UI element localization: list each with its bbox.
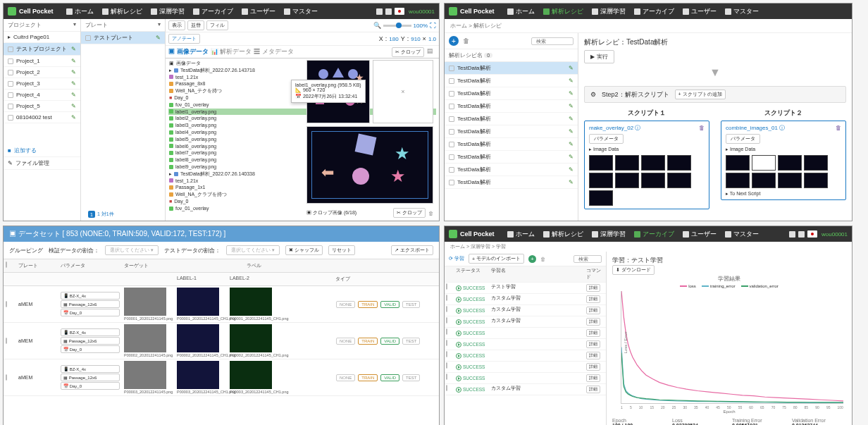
valid-select[interactable]: 選択してください ▾ <box>105 245 159 255</box>
nav-master[interactable]: マスター <box>725 230 759 239</box>
type-train[interactable]: TRAIN <box>358 338 378 345</box>
nav-home[interactable]: ホーム <box>507 230 535 239</box>
learn-row[interactable]: SUCCESS カスタム学習 詳細 <box>445 294 606 305</box>
checkbox-icon[interactable] <box>449 78 454 84</box>
thumb[interactable] <box>641 173 665 188</box>
col-plate[interactable]: プレート <box>16 259 58 272</box>
row-check[interactable] <box>446 317 447 324</box>
detail-btn[interactable]: 詳細 <box>586 340 600 348</box>
flag-jp-icon[interactable] <box>395 8 404 15</box>
type-test[interactable]: TEST <box>402 374 420 381</box>
tb-annotate[interactable]: アノテート <box>168 34 200 44</box>
edit-icon[interactable]: ✎ <box>71 80 76 87</box>
thumb[interactable] <box>726 155 750 171</box>
file-manage[interactable]: ✎ファイル管理 <box>4 157 80 170</box>
project-item[interactable]: Project_4✎ <box>4 90 80 101</box>
thumb[interactable] <box>589 173 613 188</box>
import-model-btn[interactable]: + モデルのインポート <box>469 254 524 264</box>
search-input[interactable] <box>574 255 602 263</box>
param-btn[interactable]: パラメータ <box>726 134 760 144</box>
export-btn[interactable]: ↗ エクスポート <box>391 245 433 255</box>
flag-jp-icon[interactable] <box>807 230 817 238</box>
edit-icon[interactable]: ✎ <box>71 114 76 121</box>
nav-recipe[interactable]: 解析レシピ <box>543 7 583 16</box>
row-check[interactable] <box>446 362 447 369</box>
tree-root[interactable]: 画像データ <box>176 60 201 67</box>
param-chip[interactable]: 📱 BZ-X_4x <box>61 292 120 300</box>
recipe-item[interactable]: TestData解析✎ <box>445 125 578 138</box>
select-all[interactable] <box>6 261 7 268</box>
row-check[interactable] <box>446 328 447 335</box>
recipe-item[interactable]: TestData解析✎ <box>445 113 578 125</box>
param-chip[interactable]: ▦ Passage_12x6 <box>61 337 120 345</box>
next-script[interactable]: To Next Script <box>730 191 761 196</box>
edit-icon[interactable]: ✎ <box>569 116 574 122</box>
checkbox-icon[interactable] <box>449 91 454 97</box>
detail-btn[interactable]: 詳細 <box>586 363 600 371</box>
nav-recipe[interactable]: 解析レシピ <box>543 230 583 239</box>
type-train[interactable]: TRAIN <box>358 374 378 381</box>
checkbox-icon[interactable] <box>8 81 13 87</box>
shuffle-btn[interactable]: ✖ シャッフル <box>285 245 323 255</box>
type-none[interactable]: NONE <box>336 374 355 381</box>
zoom-out-icon[interactable]: 🔍 <box>373 22 381 29</box>
recipe-item[interactable]: TestData解析✎ <box>445 151 578 164</box>
add-button[interactable]: ■追加する <box>4 144 80 157</box>
learn-row[interactable]: SUCCESS 詳細 <box>445 373 606 384</box>
trash-icon[interactable]: 🗑 <box>428 211 433 216</box>
edit-icon[interactable]: ✎ <box>71 103 76 109</box>
download-btn[interactable]: ⬇ ダウンロード <box>612 265 655 275</box>
edit-icon[interactable]: ✎ <box>569 103 574 109</box>
help-icon[interactable] <box>798 231 805 238</box>
nav-user[interactable]: ユーザー <box>242 7 275 16</box>
trash-icon[interactable]: 🗑 <box>836 125 841 131</box>
thumb-target[interactable] <box>124 324 166 352</box>
param-chip[interactable]: 📱 BZ-X_4x <box>61 365 120 373</box>
tab-analysis[interactable]: 📊 解析データ <box>211 47 252 56</box>
tree-node[interactable]: fov_01_overlay <box>175 101 209 109</box>
test-select[interactable]: 選択してください ▾ <box>226 245 280 255</box>
edit-icon[interactable]: ✎ <box>569 90 574 97</box>
checkbox-icon[interactable] <box>449 104 454 109</box>
learn-row[interactable]: SUCCESS カスタム学習 詳細 <box>445 384 606 395</box>
type-none[interactable]: NONE <box>336 338 355 345</box>
plate-item-selected[interactable]: テストプレート✎ <box>81 32 165 44</box>
param-chip[interactable]: ▦ Passage_12x6 <box>61 374 120 381</box>
trash-icon[interactable]: 🗑 <box>463 37 469 44</box>
param-chip[interactable]: 📅 Day_0 <box>61 382 120 390</box>
recipe-item[interactable]: TestData解析✎ <box>445 138 578 151</box>
thumb-label2[interactable] <box>230 288 272 316</box>
col-param[interactable]: パラメータ <box>58 259 122 272</box>
image-data-header[interactable]: Image Data <box>593 147 619 152</box>
recipe-item[interactable]: TestData解析✎ <box>445 62 578 75</box>
checkbox-icon[interactable] <box>85 35 91 41</box>
nav-recipe[interactable]: 解析レシピ <box>102 7 142 16</box>
tb-view[interactable]: 表示 <box>168 20 185 30</box>
trash-icon[interactable]: 🗑 <box>699 125 705 131</box>
recipe-item[interactable]: TestData解析✎ <box>445 75 578 87</box>
nav-user[interactable]: ユーザー <box>683 230 717 239</box>
nav-home[interactable]: ホーム <box>66 7 94 16</box>
edit-icon[interactable]: ✎ <box>569 166 574 173</box>
edit-icon[interactable]: ✎ <box>569 154 574 160</box>
thumb-target[interactable] <box>124 288 166 316</box>
col-name[interactable]: 学習名 <box>490 266 585 283</box>
nav-master[interactable]: マスター <box>284 7 318 16</box>
thumb[interactable] <box>589 190 613 206</box>
recipe-item[interactable]: TestData解析✎ <box>445 100 578 113</box>
plate-pager[interactable]: 11 対1件 <box>88 211 114 218</box>
edit-icon[interactable]: ✎ <box>569 128 574 135</box>
thumb[interactable] <box>752 155 776 171</box>
type-none[interactable]: NONE <box>336 301 355 308</box>
tree-node[interactable]: TestData解析_2022.07.26.143718 <box>180 67 255 74</box>
type-valid[interactable]: VALID <box>380 301 399 308</box>
detail-btn[interactable]: 詳細 <box>586 386 600 393</box>
checkbox-icon[interactable] <box>449 66 454 71</box>
project-item[interactable]: Project_3✎ <box>4 78 80 90</box>
crop-btn[interactable]: ✂ クロップ <box>392 47 424 57</box>
nav-deep[interactable]: 深層学習 <box>151 7 185 16</box>
edit-icon[interactable]: ✎ <box>156 35 161 41</box>
learn-row[interactable]: SUCCESS カスタム学習 詳細 <box>445 305 606 316</box>
edit-icon[interactable]: ✎ <box>71 69 76 75</box>
info-icon[interactable]: ⓘ <box>779 125 785 131</box>
